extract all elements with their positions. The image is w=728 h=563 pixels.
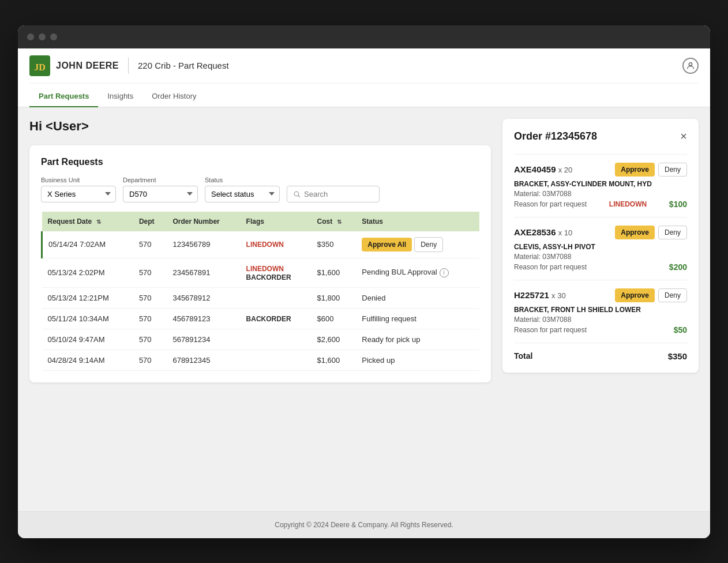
order-item-reason: Reason for part request xyxy=(514,263,587,271)
copyright-text: Copyright © 2024 Deere & Company. All Ri… xyxy=(275,521,453,529)
department-filter: Department D570 xyxy=(123,177,198,202)
col-cost: Cost ⇅ xyxy=(312,212,357,231)
title-bar xyxy=(18,25,710,48)
order-item-reason: Reason for part request xyxy=(514,326,587,334)
filters-row: Business Unit X Series Department D570 S… xyxy=(41,177,479,202)
order-item-desc: BRACKET, FRONT LH SHIELD LOWER xyxy=(514,306,687,314)
order-item-qty: x 20 xyxy=(558,166,573,174)
cell-order-number: 123456789 xyxy=(167,231,240,258)
cell-flag: BACKORDER xyxy=(241,308,312,329)
close-order-button[interactable]: × xyxy=(680,130,687,142)
order-items-container: AXE40459 x 20 Approve Deny BRACKET, ASSY… xyxy=(514,154,687,343)
deny-button[interactable]: Deny xyxy=(414,237,443,252)
col-request-date: Request Date ⇅ xyxy=(42,212,133,231)
window-minimize-btn[interactable] xyxy=(39,33,46,40)
page-title: 220 Crib - Part Request xyxy=(138,61,229,70)
order-title: Order #12345678 xyxy=(514,130,597,142)
table-row[interactable]: 05/13/24 2:02PM570234567891LINEDOWNBACKO… xyxy=(42,258,480,287)
order-panel: Order #12345678 × AXE40459 x 20 Approve … xyxy=(502,119,699,373)
order-item-material: Material: 03M7088 xyxy=(514,190,687,198)
order-item-header: H225721 x 30 Approve Deny xyxy=(514,288,687,302)
cell-cost: $1,600 xyxy=(312,350,357,370)
cell-flag xyxy=(241,287,312,308)
cell-status: Pending BUL Approvali xyxy=(356,258,479,287)
cell-date: 05/11/24 10:34AM xyxy=(42,308,133,329)
order-item-actions: Approve Deny xyxy=(615,226,687,239)
order-panel-header: Order #12345678 × xyxy=(514,130,687,142)
cell-status: Approve AllDeny xyxy=(356,231,479,258)
col-status: Status xyxy=(356,212,479,231)
status-select[interactable]: Select status xyxy=(205,186,280,202)
cell-dept: 570 xyxy=(133,350,167,370)
cell-flag: LINEDOWN xyxy=(241,231,312,258)
tab-insights[interactable]: Insights xyxy=(98,86,142,107)
order-item-code: H225721 x 30 xyxy=(514,290,566,300)
cell-dept: 570 xyxy=(133,231,167,258)
user-avatar[interactable] xyxy=(682,58,699,74)
header-top: JD John Deere 220 Crib - Part Request xyxy=(29,48,699,84)
order-item: AXE40459 x 20 Approve Deny BRACKET, ASSY… xyxy=(514,154,687,217)
order-item-material: Material: 03M7088 xyxy=(514,316,687,324)
cell-flag xyxy=(241,350,312,370)
order-item-qty: x 30 xyxy=(551,291,566,300)
table-row[interactable]: 05/14/24 7:02AM570123456789LINEDOWN$350A… xyxy=(42,231,480,258)
deny-item-button[interactable]: Deny xyxy=(658,163,687,177)
cell-order-number: 456789123 xyxy=(167,308,240,329)
cell-cost: $1,800 xyxy=(312,287,357,308)
cell-date: 05/13/24 2:02PM xyxy=(42,258,133,287)
table-row[interactable]: 05/10/24 9:47AM570567891234$2,600Ready f… xyxy=(42,329,480,350)
search-box[interactable] xyxy=(287,186,380,202)
order-item-desc: BRACKET, ASSY-CYLINDER MOUNT, HYD xyxy=(514,180,687,188)
status-label: Status xyxy=(205,177,280,183)
app-window: JD John Deere 220 Crib - Part Request Pa… xyxy=(18,25,710,538)
search-input[interactable] xyxy=(304,190,373,198)
tab-order-history[interactable]: Order History xyxy=(142,86,205,107)
table-header-row: Request Date ⇅ Dept Order Number Flags C… xyxy=(42,212,480,231)
order-item-header: AXE40459 x 20 Approve Deny xyxy=(514,163,687,177)
greeting-text: Hi <User> xyxy=(29,119,491,134)
window-maximize-btn[interactable] xyxy=(50,33,57,40)
info-icon[interactable]: i xyxy=(440,268,449,277)
cell-cost: $350 xyxy=(312,231,357,258)
window-close-btn[interactable] xyxy=(27,33,34,40)
order-item-status: LINEDOWN xyxy=(609,200,647,208)
cell-status: Denied xyxy=(356,287,479,308)
order-item-desc: CLEVIS, ASSY-LH PIVOT xyxy=(514,243,687,251)
order-item-code: AXE28536 x 10 xyxy=(514,227,572,237)
table-row[interactable]: 05/13/24 12:21PM570345678912$1,800Denied xyxy=(42,287,480,308)
header-right xyxy=(682,58,699,74)
cell-status: Fulfilling request xyxy=(356,308,479,329)
order-item-reason-row: Reason for part request LINEDOWN $100 xyxy=(514,200,687,209)
cell-flag: LINEDOWNBACKORDER xyxy=(241,258,312,287)
cell-order-number: 345678912 xyxy=(167,287,240,308)
deny-item-button[interactable]: Deny xyxy=(658,226,687,239)
order-total-row: Total $350 xyxy=(514,343,687,361)
approve-item-button[interactable]: Approve xyxy=(615,226,655,239)
order-item: AXE28536 x 10 Approve Deny CLEVIS, ASSY-… xyxy=(514,217,687,280)
cell-date: 05/14/24 7:02AM xyxy=(42,231,133,258)
nav-tabs: Part Requests Insights Order History xyxy=(29,84,699,107)
business-unit-select[interactable]: X Series xyxy=(41,186,116,202)
department-select[interactable]: D570 xyxy=(123,186,198,202)
table-row[interactable]: 04/28/24 9:14AM570678912345$1,600Picked … xyxy=(42,350,480,370)
brand-name: John Deere xyxy=(56,61,119,71)
approve-item-button[interactable]: Approve xyxy=(615,288,655,302)
tab-part-requests[interactable]: Part Requests xyxy=(29,86,98,107)
cell-flag xyxy=(241,329,312,350)
deny-item-button[interactable]: Deny xyxy=(658,288,687,302)
logo-area: JD John Deere xyxy=(29,55,119,76)
order-item-cost: $100 xyxy=(669,200,687,209)
approve-all-button[interactable]: Approve All xyxy=(362,238,412,252)
status-pending: Pending BUL Approval xyxy=(362,268,437,276)
sort-date-icon[interactable]: ⇅ xyxy=(96,219,101,225)
cell-date: 04/28/24 9:14AM xyxy=(42,350,133,370)
order-item-reason-row: Reason for part request $200 xyxy=(514,262,687,272)
table-row[interactable]: 05/11/24 10:34AM570456789123BACKORDER$60… xyxy=(42,308,480,329)
sort-cost-icon[interactable]: ⇅ xyxy=(337,219,342,225)
main-content: Hi <User> Part Requests Business Unit X … xyxy=(18,107,710,511)
cell-dept: 570 xyxy=(133,287,167,308)
cell-order-number: 234567891 xyxy=(167,258,240,287)
footer: Copyright © 2024 Deere & Company. All Ri… xyxy=(18,511,710,538)
order-item-cost: $200 xyxy=(669,262,687,272)
approve-item-button[interactable]: Approve xyxy=(615,163,655,177)
